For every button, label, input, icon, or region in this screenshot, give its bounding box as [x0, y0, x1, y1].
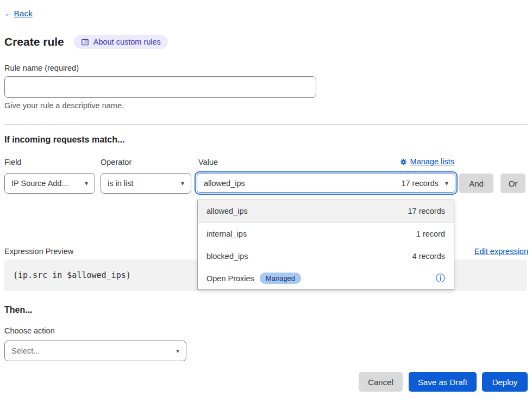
value-select-meta: 17 records: [401, 179, 439, 188]
list-option-meta: 17 records: [408, 207, 445, 215]
info-icon[interactable]: ⓘ: [436, 274, 445, 283]
match-section-heading: If incoming requests match...: [4, 135, 124, 145]
expression-code: (ip.src in $allowed_ips): [13, 270, 131, 280]
gear-icon: [400, 158, 407, 165]
create-rule-page: ←Back Create rule About custom rules Rul…: [0, 0, 532, 402]
list-option-meta: 1 record: [416, 230, 445, 238]
page-title: Create rule: [4, 35, 64, 48]
operator-select[interactable]: is in list ▾: [101, 173, 191, 194]
list-option-internal-ips[interactable]: internal_ips 1 record: [198, 222, 454, 245]
list-option-name: allowed_ips: [206, 207, 248, 215]
operator-label: Operator: [101, 158, 132, 166]
list-option-name: Open Proxies: [206, 274, 254, 283]
action-select-placeholder: Select...: [11, 347, 40, 355]
manage-lists-link[interactable]: Manage lists: [400, 157, 454, 166]
edit-expression-link[interactable]: Edit expression: [474, 247, 528, 256]
list-option-name: blocked_ips: [206, 252, 248, 261]
field-label: Field: [4, 158, 21, 166]
manage-lists-label: Manage lists: [410, 157, 454, 166]
value-select-value: allowed_ips: [204, 179, 245, 188]
expression-preview-label: Expression Preview: [4, 247, 73, 256]
then-section-heading: Then...: [4, 305, 33, 315]
page-header: Create rule About custom rules: [4, 35, 168, 49]
chevron-down-icon: ▾: [181, 180, 184, 187]
list-dropdown-panel: allowed_ips 17 records internal_ips 1 re…: [197, 200, 454, 290]
section-divider: [4, 124, 528, 125]
or-button[interactable]: Or: [500, 174, 525, 193]
operator-select-value: is in list: [108, 179, 134, 188]
save-as-draft-button[interactable]: Save as Draft: [409, 372, 477, 392]
cancel-button[interactable]: Cancel: [359, 372, 403, 392]
managed-badge: Managed: [260, 273, 301, 284]
deploy-button[interactable]: Deploy: [482, 372, 528, 392]
chevron-down-icon: ▾: [176, 348, 179, 354]
chevron-down-icon: ▾: [85, 180, 88, 187]
field-select-value: IP Source Add...: [11, 179, 68, 188]
list-option-meta: 4 records: [412, 252, 445, 261]
rule-name-label: Rule name (required): [4, 64, 79, 72]
list-option-blocked-ips[interactable]: blocked_ips 4 records: [198, 245, 454, 267]
action-select[interactable]: Select... ▾: [4, 341, 186, 361]
list-option-open-proxies[interactable]: Open Proxies Managed ⓘ: [198, 267, 454, 289]
about-badge-label: About custom rules: [93, 38, 161, 46]
rule-name-helper: Give your rule a descriptive name.: [4, 101, 124, 110]
rule-name-input[interactable]: [4, 76, 316, 98]
value-select[interactable]: allowed_ips 17 records ▾: [195, 171, 458, 195]
list-option-allowed-ips[interactable]: allowed_ips 17 records: [198, 200, 454, 222]
chevron-down-icon: ▾: [445, 180, 448, 187]
choose-action-label: Choose action: [4, 326, 55, 335]
back-link-label: Back: [14, 9, 33, 18]
book-icon: [81, 38, 89, 46]
value-label: Value: [198, 158, 218, 166]
back-arrow-icon: ←: [4, 9, 13, 18]
about-custom-rules-link[interactable]: About custom rules: [74, 35, 168, 49]
and-button[interactable]: And: [459, 174, 493, 193]
back-link[interactable]: ←Back: [4, 9, 33, 18]
field-select[interactable]: IP Source Add... ▾: [4, 173, 95, 194]
value-select-inner: allowed_ips 17 records ▾: [197, 174, 455, 193]
list-option-name: internal_ips: [206, 230, 247, 238]
